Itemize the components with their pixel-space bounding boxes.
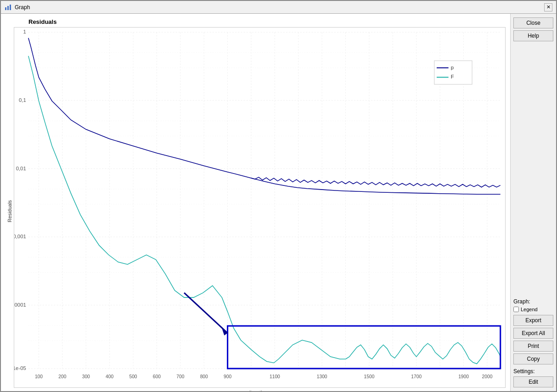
svg-rect-2 <box>10 5 11 10</box>
sidebar: Close Help Graph: Legend Export Export A… <box>510 14 556 391</box>
svg-text:200: 200 <box>58 374 66 379</box>
chart-with-xaxis: 1 0,1 0,01 0,001 0,0001 1e-05 100 200 30… <box>14 27 506 391</box>
svg-text:1900: 1900 <box>458 374 469 379</box>
chart-inner: 1 0,1 0,01 0,001 0,0001 1e-05 100 200 30… <box>14 27 506 388</box>
svg-text:1300: 1300 <box>317 374 327 379</box>
edit-button[interactable]: Edit <box>513 376 553 387</box>
svg-text:900: 900 <box>224 374 231 379</box>
title-bar: Graph ✕ <box>1 1 556 14</box>
svg-text:F: F <box>451 74 454 79</box>
window-icon <box>5 4 12 11</box>
graph-section-label: Graph: <box>513 298 553 305</box>
close-button[interactable]: Close <box>513 17 553 28</box>
chart-title: Residuals <box>28 18 506 25</box>
legend-checkbox[interactable] <box>513 307 519 312</box>
export-button[interactable]: Export <box>513 315 553 326</box>
title-bar-left: Graph <box>5 4 30 11</box>
svg-text:700: 700 <box>176 374 184 379</box>
export-all-button[interactable]: Export All <box>513 328 553 339</box>
svg-text:2000: 2000 <box>482 374 493 379</box>
legend-row: Legend <box>513 307 553 312</box>
settings-section-label: Settings: <box>513 368 553 375</box>
svg-text:1500: 1500 <box>364 374 375 379</box>
svg-text:1700: 1700 <box>411 374 422 379</box>
svg-text:300: 300 <box>82 374 90 379</box>
x-axis-label: Iterations <box>14 390 506 391</box>
svg-text:0,01: 0,01 <box>16 166 26 171</box>
help-button[interactable]: Help <box>513 30 553 41</box>
svg-text:1100: 1100 <box>270 374 280 379</box>
svg-rect-0 <box>5 7 6 10</box>
svg-text:0,0001: 0,0001 <box>14 302 26 308</box>
svg-text:800: 800 <box>200 374 208 379</box>
chart-container: Residuals <box>6 27 506 391</box>
chart-svg: 1 0,1 0,01 0,001 0,0001 1e-05 100 200 30… <box>14 28 505 387</box>
svg-text:100: 100 <box>35 374 43 379</box>
svg-text:1e-05: 1e-05 <box>14 365 26 371</box>
print-button[interactable]: Print <box>513 341 553 352</box>
svg-text:500: 500 <box>129 374 137 379</box>
svg-rect-1 <box>7 6 9 10</box>
svg-text:400: 400 <box>106 374 113 379</box>
copy-button[interactable]: Copy <box>513 353 553 364</box>
y-axis-label: Residuals <box>6 27 14 391</box>
legend-checkbox-label: Legend <box>521 307 538 312</box>
chart-area: Residuals Residuals <box>1 14 510 391</box>
window-close-button[interactable]: ✕ <box>544 3 552 11</box>
main-window: Graph ✕ Residuals Residuals <box>0 0 557 392</box>
main-content: Residuals Residuals <box>1 14 556 391</box>
svg-text:0,1: 0,1 <box>19 97 26 103</box>
svg-text:p: p <box>451 65 454 70</box>
svg-text:0,001: 0,001 <box>14 234 26 239</box>
svg-text:1: 1 <box>23 29 26 34</box>
window-title: Graph <box>15 4 30 11</box>
svg-rect-3 <box>14 28 505 387</box>
svg-text:600: 600 <box>153 374 161 379</box>
